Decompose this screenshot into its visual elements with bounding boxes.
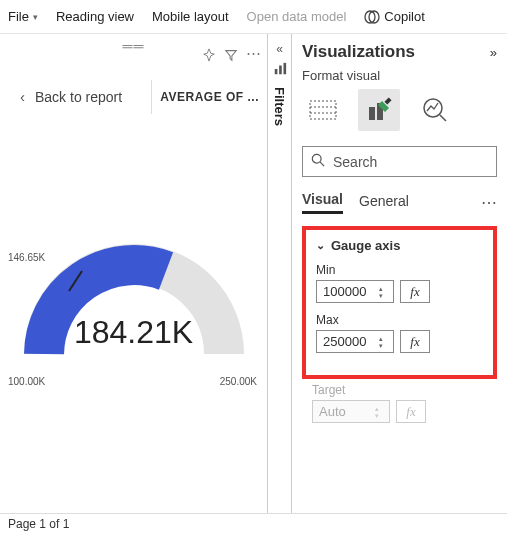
gauge-value-label: 184.21K <box>0 314 267 351</box>
target-label: Target <box>312 383 487 397</box>
gauge-arc <box>14 224 254 374</box>
svg-point-14 <box>312 154 321 163</box>
max-label: Max <box>316 313 483 327</box>
paint-brush-icon <box>366 97 392 123</box>
build-visual-tab[interactable] <box>302 89 344 131</box>
svg-rect-3 <box>274 69 277 74</box>
spinner-icon[interactable]: ▴▾ <box>379 282 391 301</box>
gauge-axis-header[interactable]: ⌄ Gauge axis <box>316 238 483 253</box>
drag-handle-icon[interactable]: ══ <box>123 38 145 54</box>
max-input[interactable]: 250000 ▴▾ <box>316 330 394 353</box>
gauge-axis-section-highlighted: ⌄ Gauge axis Min 100000 ▴▾ fx Max 250000… <box>302 226 497 379</box>
back-to-report-button[interactable]: ‹ Back to report <box>0 78 151 115</box>
svg-rect-4 <box>279 66 282 75</box>
analytics-tab[interactable] <box>414 89 456 131</box>
min-label: Min <box>316 263 483 277</box>
visualizations-title: Visualizations <box>302 42 415 62</box>
table-icon <box>309 100 337 120</box>
more-options-icon[interactable]: ⋯ <box>481 193 497 212</box>
visual-header-icons: ⋯ <box>202 48 261 62</box>
pin-icon[interactable] <box>202 48 216 62</box>
format-visual-tab[interactable] <box>358 89 400 131</box>
menu-copilot[interactable]: Copilot <box>364 9 424 25</box>
bar-chart-icon[interactable] <box>268 62 291 79</box>
target-value: Auto <box>319 404 346 419</box>
gauge-visual[interactable]: 146.65K 184.21K 100.00K 250.00K <box>0 224 267 374</box>
menu-open-data-model: Open data model <box>247 9 347 24</box>
filters-pane-collapsed[interactable]: « Filters <box>268 34 292 513</box>
target-fx-button: fx <box>396 400 426 423</box>
gauge-min-label: 100.00K <box>8 376 45 387</box>
menu-copilot-label: Copilot <box>384 9 424 24</box>
search-input[interactable]: Search <box>302 146 497 177</box>
target-input: Auto ▴▾ <box>312 400 390 423</box>
min-input[interactable]: 100000 ▴▾ <box>316 280 394 303</box>
tab-general[interactable]: General <box>359 193 409 213</box>
more-options-icon[interactable]: ⋯ <box>246 48 261 62</box>
svg-rect-9 <box>369 107 375 120</box>
expand-chevron-icon[interactable]: » <box>490 45 497 60</box>
chevron-down-icon: ⌄ <box>316 239 325 252</box>
spinner-icon[interactable]: ▴▾ <box>379 332 391 351</box>
visual-title[interactable]: AVERAGE OF ... <box>151 80 267 114</box>
copilot-icon <box>364 9 380 25</box>
report-canvas: ══ ⋯ ‹ Back to report AVERAGE OF ... 146… <box>0 34 268 513</box>
back-label: Back to report <box>35 89 122 105</box>
svg-rect-6 <box>310 101 336 119</box>
filter-icon[interactable] <box>224 48 238 62</box>
svg-line-13 <box>440 115 446 121</box>
page-footer: Page 1 of 1 <box>0 513 507 535</box>
menu-mobile-layout[interactable]: Mobile layout <box>152 9 229 24</box>
filters-label: Filters <box>272 87 287 126</box>
gauge-tick-label: 146.65K <box>8 252 45 263</box>
search-icon <box>311 153 325 170</box>
max-fx-button[interactable]: fx <box>400 330 430 353</box>
menu-file[interactable]: File ▾ <box>8 9 38 24</box>
svg-line-15 <box>320 162 324 166</box>
spinner-icon: ▴▾ <box>375 402 387 421</box>
svg-rect-11 <box>384 97 391 104</box>
page-indicator[interactable]: Page 1 of 1 <box>8 517 69 531</box>
min-fx-button[interactable]: fx <box>400 280 430 303</box>
visualizations-pane: Visualizations » Format visual Search Vi… <box>292 34 507 513</box>
format-visual-subtitle: Format visual <box>302 68 497 83</box>
chevron-down-icon: ▾ <box>33 12 38 22</box>
menu-file-label: File <box>8 9 29 24</box>
magnifier-chart-icon <box>422 97 448 123</box>
chevron-left-icon: ‹ <box>20 88 25 105</box>
tab-visual[interactable]: Visual <box>302 191 343 214</box>
gauge-axis-label: Gauge axis <box>331 238 400 253</box>
max-value: 250000 <box>323 334 366 349</box>
top-menubar: File ▾ Reading view Mobile layout Open d… <box>0 0 507 34</box>
menu-reading-view[interactable]: Reading view <box>56 9 134 24</box>
svg-rect-5 <box>283 63 286 74</box>
min-value: 100000 <box>323 284 366 299</box>
collapse-chevron-icon[interactable]: « <box>268 42 291 56</box>
search-placeholder: Search <box>333 154 377 170</box>
gauge-max-label: 250.00K <box>220 376 257 387</box>
